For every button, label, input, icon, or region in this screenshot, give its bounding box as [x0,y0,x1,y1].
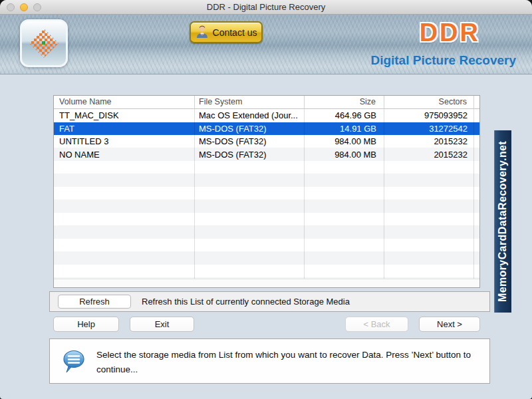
cell-sectors: 2015232 [384,135,474,148]
app-window: DDR - Digital Picture Recovery [0,0,532,399]
app-logo-icon [20,19,68,67]
cell-size: 984.00 MB [305,135,384,148]
instruction-box: Select the storage media from List from … [49,338,490,384]
cell-spacer [474,109,479,122]
horizontal-scrollbar[interactable] [54,279,479,287]
close-button[interactable] [7,3,15,11]
table-rows: TT_MAC_DISK Mac OS Extended (Jour... 464… [54,109,479,161]
cell-sectors: 31272542 [384,122,474,136]
side-banner: MemoryCardDataRecovery.net [494,130,511,313]
cell-file-system: Mac OS Extended (Jour... [195,109,305,122]
zoom-button[interactable] [33,3,41,11]
cell-volume-name: NO NAME [54,148,195,162]
storage-media-table: Volume Name File System Size Sectors TT_… [53,95,480,288]
refresh-bar: Refresh Refresh this List of currently c… [49,291,490,312]
column-header-file-system: File System [195,96,305,108]
cell-size: 14.91 GB [305,122,384,136]
titlebar: DDR - Digital Picture Recovery [0,0,532,15]
column-header-sectors: Sectors [384,96,474,108]
cell-spacer [474,135,479,148]
exit-button[interactable]: Exit [130,317,194,332]
help-button[interactable]: Help [53,317,119,332]
cell-file-system: MS-DOS (FAT32) [195,148,305,162]
header-banner: Contact us DDR Digital Picture Recovery [0,15,532,74]
instruction-text: Select the storage media from List from … [96,348,480,376]
speech-bubble-icon [62,350,86,376]
cell-volume-name: TT_MAC_DISK [54,109,195,122]
cell-volume-name: FAT [54,122,195,136]
table-header: Volume Name File System Size Sectors [54,96,479,109]
minimize-button[interactable] [20,3,28,11]
app-subtitle: Digital Picture Recovery [370,53,516,68]
window-title: DDR - Digital Picture Recovery [0,2,532,12]
table-row[interactable]: UNTITLED 3 MS-DOS (FAT32) 984.00 MB 2015… [54,135,479,148]
refresh-button[interactable]: Refresh [58,295,131,309]
back-button: < Back [345,317,408,332]
cell-file-system: MS-DOS (FAT32) [195,122,305,136]
brand-logo-text: DDR [420,19,480,47]
person-icon [196,24,209,41]
table-body: TT_MAC_DISK Mac OS Extended (Jour... 464… [54,109,479,287]
column-header-volume-name: Volume Name [54,96,195,108]
contact-us-label: Contact us [213,27,257,38]
next-button[interactable]: Next > [419,317,480,332]
cell-volume-name: UNTITLED 3 [54,135,195,148]
cell-size: 984.00 MB [305,148,384,162]
side-banner-text: MemoryCardDataRecovery.net [497,141,509,302]
cell-spacer [474,148,479,162]
cell-size: 464.96 GB [305,109,384,122]
cell-file-system: MS-DOS (FAT32) [195,135,305,148]
table-row[interactable]: FAT MS-DOS (FAT32) 14.91 GB 31272542 [54,122,479,136]
cell-sectors: 2015232 [384,148,474,162]
cell-spacer [474,122,479,136]
refresh-description: Refresh this List of currently connected… [142,297,350,307]
table-row[interactable]: TT_MAC_DISK Mac OS Extended (Jour... 464… [54,109,479,122]
cell-sectors: 975093952 [384,109,474,122]
column-header-spacer [474,96,479,108]
contact-us-button[interactable]: Contact us [190,21,263,43]
column-header-size: Size [305,96,384,108]
table-row[interactable]: NO NAME MS-DOS (FAT32) 984.00 MB 2015232 [54,148,479,162]
